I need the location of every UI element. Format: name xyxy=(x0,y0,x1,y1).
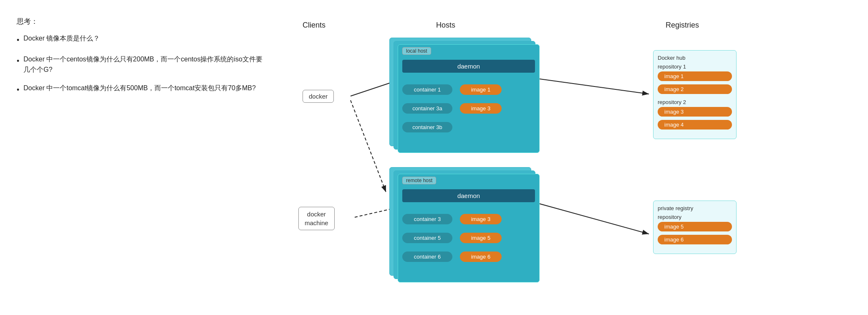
docker-machine-client-box: dockermachine xyxy=(298,207,335,230)
local-image-3-pill: image 3 xyxy=(460,103,502,114)
private-image-6: image 6 xyxy=(658,235,732,244)
bullet-text-2: Docker 中一个centos镜像为什么只有200MB，而一个centos操作… xyxy=(23,54,267,75)
container-3a-pill: container 3a xyxy=(402,103,452,114)
right-section: Clients Hosts Registries docker dockerma… xyxy=(267,13,851,309)
hub-image-3: image 3 xyxy=(658,107,732,117)
repo-1-label: repository 1 xyxy=(658,64,732,70)
left-section: 思考： • Docker 镜像本质是什么？ • Docker 中一个centos… xyxy=(17,13,267,104)
bullet-dot: • xyxy=(17,84,19,96)
docker-hub-registry: Docker hub repository 1 image 1 image 2 … xyxy=(653,50,737,139)
svg-line-5 xyxy=(528,77,649,94)
docker-client-box: docker xyxy=(303,90,334,103)
docker-machine-label: dockermachine xyxy=(305,211,328,226)
hub-image-1: image 1 xyxy=(658,71,732,81)
think-label: 思考： xyxy=(17,17,267,26)
arrows-svg xyxy=(278,13,841,309)
repo-2: repository 2 image 3 image 4 xyxy=(658,99,732,131)
docker-client-label: docker xyxy=(309,93,328,100)
bullet-list: • Docker 镜像本质是什么？ • Docker 中一个centos镜像为什… xyxy=(17,33,267,96)
registries-header: Registries xyxy=(666,21,699,30)
bullet-dot: • xyxy=(17,34,19,46)
container-1-pill: container 1 xyxy=(402,84,452,95)
private-repo: repository image 5 image 6 xyxy=(658,214,732,246)
container-6-pill: container 6 xyxy=(402,251,452,262)
docker-hub-title: Docker hub xyxy=(658,55,732,61)
bullet-dot: • xyxy=(17,55,19,67)
remote-image-6-pill: image 6 xyxy=(460,251,502,262)
remote-image-5-pill: image 5 xyxy=(460,233,502,243)
list-item: • Docker 镜像本质是什么？ xyxy=(17,33,267,46)
remote-host-label: remote host xyxy=(402,177,436,184)
private-repo-label: repository xyxy=(658,214,732,220)
svg-line-6 xyxy=(528,201,649,234)
local-host-label: local host xyxy=(402,47,431,55)
private-registry-title: private registry xyxy=(658,205,732,211)
hub-image-4: image 4 xyxy=(658,120,732,130)
clients-header: Clients xyxy=(303,21,326,30)
container-3b-pill: container 3b xyxy=(402,122,452,132)
bullet-text-3: Docker 中一个tomcat镜像为什么有500MB，而一个tomcat安装包… xyxy=(23,83,256,94)
diagram: Clients Hosts Registries docker dockerma… xyxy=(278,13,841,309)
local-daemon-bar: daemon xyxy=(402,60,535,73)
hub-image-2: image 2 xyxy=(658,84,732,94)
bullet-text-1: Docker 镜像本质是什么？ xyxy=(23,33,100,44)
private-registry: private registry repository image 5 imag… xyxy=(653,201,737,254)
list-item: • Docker 中一个tomcat镜像为什么有500MB，而一个tomcat安… xyxy=(17,83,267,96)
list-item: • Docker 中一个centos镜像为什么只有200MB，而一个centos… xyxy=(17,54,267,75)
remote-daemon-bar: daemon xyxy=(402,189,535,202)
svg-line-3 xyxy=(351,100,386,192)
repo-1: repository 1 image 1 image 2 xyxy=(658,64,732,96)
remote-image-3-pill: image 3 xyxy=(460,214,502,224)
container-5-pill: container 5 xyxy=(402,233,452,243)
private-image-5: image 5 xyxy=(658,222,732,231)
repo-2-label: repository 2 xyxy=(658,99,732,105)
container-3-pill: container 3 xyxy=(402,214,452,224)
hosts-header: Hosts xyxy=(436,21,455,30)
local-image-1-pill: image 1 xyxy=(460,84,502,95)
